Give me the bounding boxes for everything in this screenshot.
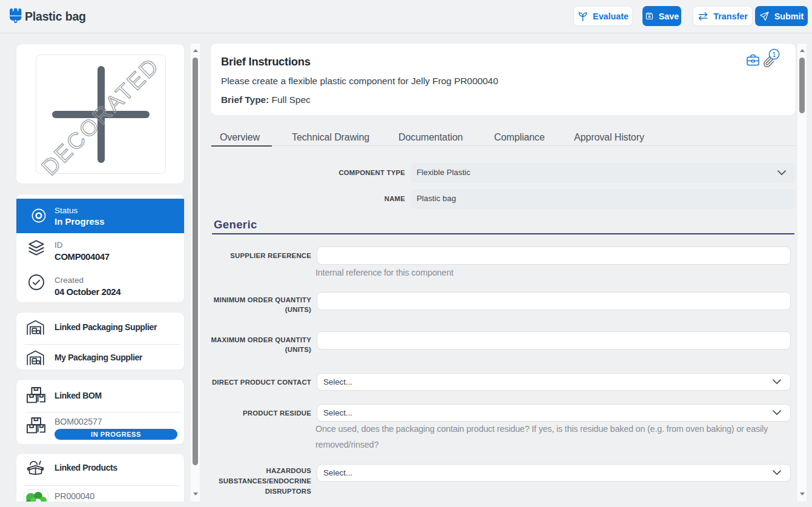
svg-text:1: 1 [772,51,776,58]
